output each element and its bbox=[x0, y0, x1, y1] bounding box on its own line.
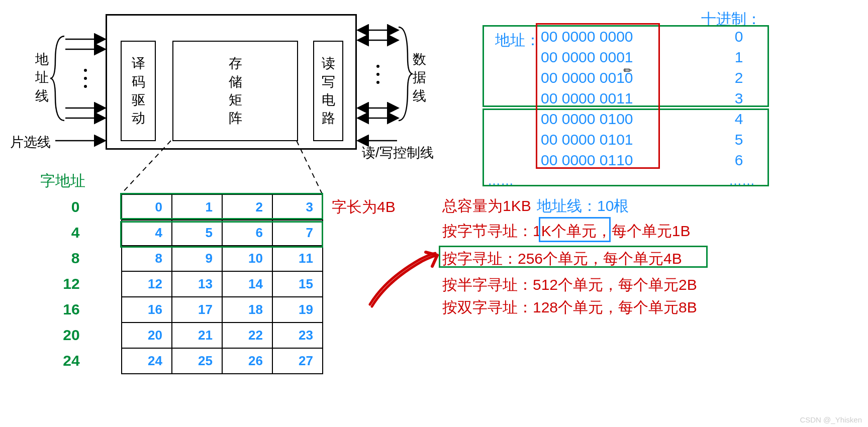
word-addr-12: 12 bbox=[56, 275, 86, 292]
svg-line-17 bbox=[297, 141, 322, 194]
wordlen-label: 字长为4B bbox=[332, 197, 396, 218]
desc-double: 按双字寻址：128个单元，每个单元8B bbox=[442, 297, 697, 318]
desc-addrlines-text: 地址线：10根 bbox=[537, 197, 629, 214]
word-row0-highlight bbox=[120, 193, 323, 220]
word-addr-24: 24 bbox=[56, 352, 86, 369]
word-addr-0: 0 bbox=[60, 198, 90, 216]
desc-total-text: 总容量为1KB bbox=[442, 197, 531, 214]
word-addr-16: 16 bbox=[56, 301, 86, 318]
svg-line-16 bbox=[121, 141, 171, 194]
desc-half: 按半字寻址：512个单元，每个单元2B bbox=[442, 275, 697, 295]
watermark: CSDN @_Yhisken bbox=[800, 415, 862, 424]
word-row1-highlight bbox=[120, 221, 323, 248]
svg-point-5 bbox=[84, 77, 87, 80]
expansion-lines bbox=[106, 0, 457, 211]
word-addr-8: 8 bbox=[60, 250, 90, 267]
svg-point-4 bbox=[84, 69, 87, 72]
desc-total: 总容量为1KB 地址线：10根 bbox=[442, 196, 629, 217]
word-addr-title: 字地址 bbox=[40, 171, 85, 191]
handdrawn-arrow bbox=[362, 231, 452, 316]
blue-highlight-1k bbox=[539, 217, 611, 242]
green-highlight-word bbox=[439, 246, 708, 268]
word-addr-20: 20 bbox=[56, 327, 86, 344]
addrlist-red-box bbox=[536, 23, 660, 169]
svg-point-6 bbox=[84, 85, 87, 88]
word-addr-4: 4 bbox=[60, 224, 90, 241]
